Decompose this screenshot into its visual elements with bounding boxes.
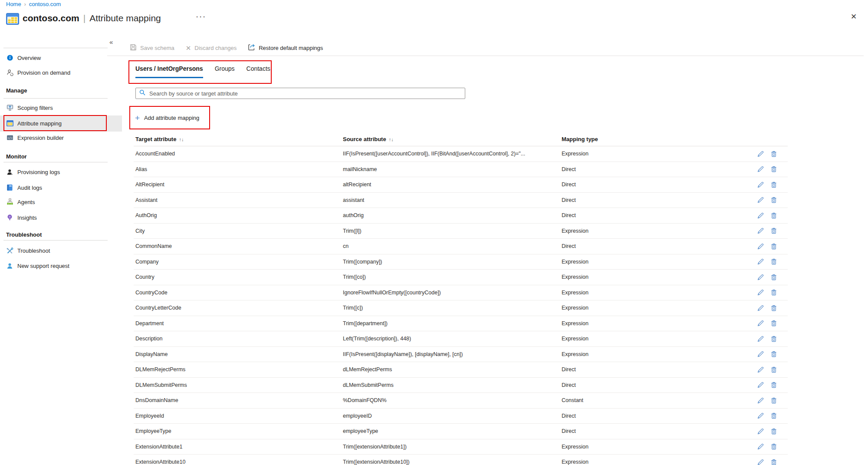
delete-trash-icon[interactable]	[771, 428, 777, 435]
edit-pencil-icon[interactable]	[757, 320, 764, 326]
delete-trash-icon[interactable]	[771, 274, 777, 280]
edit-pencil-icon[interactable]	[757, 274, 764, 280]
cell-mapping-type: Direct	[562, 413, 754, 419]
tab-contacts[interactable]: Contacts	[247, 64, 270, 78]
cell-target[interactable]: Assistant	[134, 197, 343, 203]
sidebar-item-agents[interactable]: Agents	[0, 195, 121, 209]
delete-trash-icon[interactable]	[771, 212, 777, 219]
delete-trash-icon[interactable]	[771, 258, 777, 265]
sidebar-item-new-support-request[interactable]: New support request	[0, 258, 121, 273]
cell-target[interactable]: Country	[134, 274, 343, 280]
delete-trash-icon[interactable]	[771, 366, 777, 373]
edit-pencil-icon[interactable]	[757, 397, 764, 404]
cell-target[interactable]: CountryLetterCode	[134, 305, 343, 311]
cell-target[interactable]: EmployeeType	[134, 428, 343, 434]
sidebar-item-provisioning-logs[interactable]: Provisioning logs	[0, 165, 121, 179]
cell-target[interactable]: Description	[134, 336, 343, 342]
cell-target[interactable]: Alias	[134, 166, 343, 172]
cell-target[interactable]: DLMemRejectPerms	[134, 366, 343, 373]
restore-default-mappings-button[interactable]: Restore default mappings	[248, 44, 323, 52]
svg-text:</>: </>	[7, 136, 13, 140]
sidebar-item-expression-builder[interactable]: </> Expression builder	[0, 130, 121, 145]
command-bar: Save schema ✕ Discard changes Restore de…	[130, 41, 323, 55]
tab-users-inetorgpersons[interactable]: Users / InetOrgPersons	[135, 64, 203, 78]
delete-trash-icon[interactable]	[771, 412, 777, 419]
delete-trash-icon[interactable]	[771, 289, 777, 296]
edit-pencil-icon[interactable]	[757, 443, 764, 450]
cell-target[interactable]: EmployeeId	[134, 413, 343, 419]
edit-pencil-icon[interactable]	[757, 305, 764, 311]
close-icon[interactable]: ✕	[851, 12, 857, 21]
discard-x-icon: ✕	[186, 45, 191, 51]
cell-target[interactable]: ExtensionAttribute1	[134, 444, 343, 450]
delete-trash-icon[interactable]	[771, 351, 777, 357]
edit-pencil-icon[interactable]	[757, 459, 764, 465]
delete-trash-icon[interactable]	[771, 166, 777, 172]
edit-pencil-icon[interactable]	[757, 212, 764, 219]
cell-target[interactable]: AltRecipient	[134, 181, 343, 188]
edit-pencil-icon[interactable]	[757, 351, 764, 357]
search-input[interactable]	[148, 90, 461, 97]
sidebar-item-insights[interactable]: Insights	[0, 210, 121, 225]
sidebar-item-label: Overview	[17, 55, 41, 61]
sidebar-item-label: New support request	[17, 263, 69, 269]
edit-pencil-icon[interactable]	[757, 197, 764, 203]
cell-target[interactable]: DisplayName	[134, 351, 343, 357]
delete-trash-icon[interactable]	[771, 336, 777, 342]
table-row: ExtensionAttribute10 Trim([extensionAttr…	[134, 455, 788, 465]
sidebar-item-audit-logs[interactable]: Audit logs	[0, 180, 121, 195]
edit-pencil-icon[interactable]	[757, 289, 764, 296]
discard-changes-button: ✕ Discard changes	[186, 45, 237, 51]
cell-target[interactable]: Company	[134, 259, 343, 265]
delete-trash-icon[interactable]	[771, 397, 777, 404]
cell-target[interactable]: AuthOrig	[134, 212, 343, 218]
cell-target[interactable]: DnsDomainName	[134, 397, 343, 403]
cell-mapping-type: Direct	[562, 166, 754, 172]
sidebar-item-overview[interactable]: Overview	[0, 50, 121, 65]
column-label: Mapping type	[562, 136, 598, 142]
edit-pencil-icon[interactable]	[757, 243, 764, 250]
cell-target[interactable]: City	[134, 228, 343, 234]
column-header-target-attribute[interactable]: Target attribute↑↓	[134, 136, 343, 142]
edit-pencil-icon[interactable]	[757, 336, 764, 342]
delete-trash-icon[interactable]	[771, 382, 777, 388]
sidebar-item-provision-on-demand[interactable]: Provision on demand	[0, 65, 121, 80]
edit-pencil-icon[interactable]	[757, 428, 764, 435]
edit-pencil-icon[interactable]	[757, 228, 764, 234]
edit-pencil-icon[interactable]	[757, 258, 764, 265]
overflow-menu-icon[interactable]: ···	[196, 13, 207, 20]
cell-target[interactable]: ExtensionAttribute10	[134, 459, 343, 465]
edit-pencil-icon[interactable]	[757, 151, 764, 157]
cell-target[interactable]: AccountEnabled	[134, 151, 343, 157]
delete-trash-icon[interactable]	[771, 197, 777, 203]
delete-trash-icon[interactable]	[771, 443, 777, 450]
cell-target[interactable]: DLMemSubmitPerms	[134, 382, 343, 388]
attribute-search-box[interactable]	[135, 88, 465, 99]
delete-trash-icon[interactable]	[771, 228, 777, 234]
sort-icon[interactable]: ↑↓	[389, 137, 394, 142]
edit-pencil-icon[interactable]	[757, 181, 764, 188]
sidebar-item-scoping-filters[interactable]: Scoping filters	[0, 100, 121, 115]
save-schema-button: Save schema	[130, 44, 174, 52]
delete-trash-icon[interactable]	[771, 181, 777, 188]
sidebar-collapse-icon[interactable]: «	[109, 38, 113, 46]
delete-trash-icon[interactable]	[771, 320, 777, 326]
sidebar-divider	[3, 162, 108, 162]
cell-target[interactable]: CountryCode	[134, 290, 343, 296]
edit-pencil-icon[interactable]	[757, 366, 764, 373]
edit-pencil-icon[interactable]	[757, 166, 764, 172]
sort-icon[interactable]: ↑↓	[179, 137, 184, 142]
edit-pencil-icon[interactable]	[757, 382, 764, 388]
delete-trash-icon[interactable]	[771, 459, 777, 465]
delete-trash-icon[interactable]	[771, 151, 777, 157]
sidebar-item-troubleshoot[interactable]: Troubleshoot	[0, 243, 121, 258]
column-header-source-attribute[interactable]: Source attribute↑↓	[343, 136, 562, 142]
tab-groups[interactable]: Groups	[215, 64, 235, 78]
add-attribute-mapping-button[interactable]: + Add attribute mapping	[135, 106, 199, 129]
sidebar-item-label: Provision on demand	[17, 69, 70, 76]
edit-pencil-icon[interactable]	[757, 412, 764, 419]
delete-trash-icon[interactable]	[771, 243, 777, 250]
cell-target[interactable]: CommonName	[134, 243, 343, 249]
delete-trash-icon[interactable]	[771, 305, 777, 311]
cell-target[interactable]: Department	[134, 320, 343, 326]
